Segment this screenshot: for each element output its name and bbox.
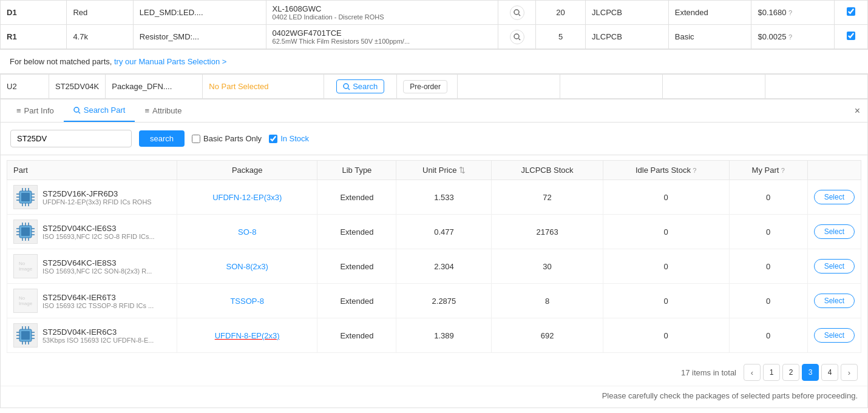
checkbox-d1[interactable] bbox=[847, 7, 855, 16]
preorder-btn[interactable]: Pre-order bbox=[403, 80, 447, 93]
libtype-cell: Extended bbox=[317, 215, 396, 249]
main-container: D1 Red LED_SMD:LED.... XL-1608GWC 0402 L… bbox=[0, 0, 868, 413]
select-button[interactable]: Select bbox=[814, 224, 855, 239]
svg-line-1 bbox=[518, 14, 520, 16]
page-prev-btn[interactable]: ‹ bbox=[744, 364, 761, 381]
part-cell: NoImage ST25DV64KC-IE8S3 ISO 15693,NFC I… bbox=[7, 249, 177, 284]
select-button[interactable]: Select bbox=[814, 190, 855, 204]
price-help-r1[interactable]: ? bbox=[788, 33, 792, 41]
u2-table: U2 ST25DV04K Package_DFN.... No Part Sel… bbox=[0, 74, 868, 99]
my-part-help[interactable]: ? bbox=[781, 167, 785, 174]
unit-price: 2.304 bbox=[434, 262, 454, 271]
in-stock-label: In Stock bbox=[269, 134, 309, 143]
package-link[interactable]: UFDFN-12-EP(3x3) bbox=[212, 193, 282, 202]
search-icon-btn-r1[interactable] bbox=[510, 30, 524, 44]
page-btn-1[interactable]: 1 bbox=[763, 364, 780, 381]
action-cell: Select bbox=[807, 318, 861, 353]
package-cell: SON-8(2x3) bbox=[177, 249, 317, 284]
part-info-cell: NoImage ST25DV64KC-IE8S3 ISO 15693,NFC I… bbox=[13, 254, 171, 278]
basic-parts-checkbox[interactable] bbox=[192, 135, 200, 143]
col-jlc-stock: JLCPCB Stock bbox=[492, 161, 603, 180]
part-text: ST25DV04KC-IE6S3 ISO 15693,NFC I2C SO-8 … bbox=[42, 224, 155, 240]
price-help-d1[interactable]: ? bbox=[788, 9, 792, 16]
select-button[interactable]: Select bbox=[814, 259, 855, 274]
package-link[interactable]: SON-8(2x3) bbox=[226, 262, 268, 271]
part-name: ST25DV64K-IER6T3 bbox=[42, 293, 154, 302]
unit-price: 0.477 bbox=[434, 227, 454, 237]
price-cell: 2.304 bbox=[396, 249, 492, 284]
idle-stock: 0 bbox=[664, 297, 668, 306]
page-btn-3[interactable]: 3 bbox=[802, 364, 819, 381]
search-submit-button[interactable]: search bbox=[139, 130, 185, 147]
idle-stock-cell: 0 bbox=[603, 180, 729, 215]
svg-rect-37 bbox=[21, 331, 30, 340]
part-info-icon: ≡ bbox=[16, 106, 21, 115]
table-row: ST25DV04KC-IE6S3 ISO 15693,NFC I2C SO-8 … bbox=[7, 215, 861, 249]
my-part: 0 bbox=[766, 262, 770, 271]
idle-stock-cell: 0 bbox=[603, 318, 729, 353]
my-part-cell: 0 bbox=[729, 215, 807, 249]
my-part-cell: 0 bbox=[729, 249, 807, 284]
tab-search-part-label: Search Part bbox=[84, 106, 126, 115]
package-link[interactable]: SO-8 bbox=[238, 227, 256, 237]
vendor-d1: JLCPCB bbox=[586, 1, 669, 25]
not-matched-text: For below not matched parts, bbox=[10, 57, 112, 66]
tab-attribute-label: Attribute bbox=[152, 106, 181, 115]
col-package: Package bbox=[177, 161, 317, 180]
search-btn-label: Search bbox=[353, 82, 378, 91]
lib-type: Extended bbox=[340, 262, 373, 271]
jlc-stock: 21763 bbox=[536, 227, 558, 237]
table-row: ST25DV16K-JFR6D3 UFDFN-12-EP(3x3) RFID I… bbox=[7, 180, 861, 215]
page-next-btn[interactable]: › bbox=[841, 364, 858, 381]
manual-selection-link[interactable]: try our Manual Parts Selection > bbox=[114, 57, 226, 66]
select-button[interactable]: Select bbox=[814, 294, 855, 308]
package-cell: UFDFN-12-EP(3x3) bbox=[177, 180, 317, 215]
search-panel: ≡ Part Info Search Part ≡ Attribute × se… bbox=[0, 99, 868, 408]
ref-d1: D1 bbox=[7, 8, 17, 17]
table-row: NoImage ST25DV64K-IER6T3 ISO 15693 I2C T… bbox=[7, 284, 861, 318]
search-icon-btn-d1[interactable] bbox=[510, 5, 524, 20]
footprint-r1: Resistor_SMD:... bbox=[140, 32, 199, 41]
part-desc: ISO 15693 I2C TSSOP-8 RFID ICs ... bbox=[42, 302, 154, 309]
in-stock-checkbox[interactable] bbox=[269, 135, 277, 143]
libtype-r1: Basic bbox=[668, 25, 751, 49]
idle-stock: 0 bbox=[664, 193, 668, 202]
unit-price: 1.533 bbox=[434, 193, 454, 202]
part-search-input[interactable] bbox=[10, 130, 132, 147]
svg-point-0 bbox=[514, 10, 519, 15]
panel-close-button[interactable]: × bbox=[855, 106, 860, 116]
table-row: NoImage ST25DV64KC-IE8S3 ISO 15693,NFC I… bbox=[7, 249, 861, 284]
my-part: 0 bbox=[766, 227, 770, 237]
jlc-stock-cell: 21763 bbox=[492, 215, 603, 249]
search-btn-u2[interactable]: Search bbox=[336, 79, 384, 93]
select-button[interactable]: Select bbox=[814, 328, 855, 343]
page-btn-2[interactable]: 2 bbox=[782, 364, 799, 381]
table-row-d1: D1 Red LED_SMD:LED.... XL-1608GWC 0402 L… bbox=[1, 1, 868, 25]
page-btn-4[interactable]: 4 bbox=[821, 364, 838, 381]
lib-type: Extended bbox=[340, 297, 373, 306]
not-matched-bar: For below not matched parts, try our Man… bbox=[0, 49, 868, 74]
tab-attribute[interactable]: ≡ Attribute bbox=[135, 100, 191, 121]
idle-stock-help[interactable]: ? bbox=[693, 167, 696, 174]
part-image bbox=[13, 220, 38, 244]
value-d1: Red bbox=[73, 8, 87, 17]
tab-part-info[interactable]: ≡ Part Info bbox=[7, 100, 64, 121]
attribute-icon: ≡ bbox=[144, 106, 149, 115]
part-info-cell: ST25DV04KC-IE6S3 ISO 15693,NFC I2C SO-8 … bbox=[13, 220, 171, 244]
part-desc: ISO 15693,NFC I2C SO-8 RFID ICs... bbox=[42, 233, 155, 240]
package-link[interactable]: UFDFN-8-EP(2x3) bbox=[215, 331, 280, 340]
tab-search-part[interactable]: Search Part bbox=[64, 99, 135, 122]
value-u2: ST25DV04K bbox=[55, 82, 99, 91]
package-cell: TSSOP-8 bbox=[177, 284, 317, 318]
jlc-stock: 30 bbox=[543, 262, 551, 271]
checkbox-r1[interactable] bbox=[847, 32, 855, 40]
part-text: ST25DV64KC-IE8S3 ISO 15693,NFC I2C SON-8… bbox=[42, 258, 152, 275]
package-link[interactable]: TSSOP-8 bbox=[230, 297, 264, 306]
part-cell: ST25DV16K-JFR6D3 UFDFN-12-EP(3x3) RFID I… bbox=[7, 180, 177, 215]
part-name: ST25DV64KC-IE8S3 bbox=[42, 258, 152, 267]
my-part-cell: 0 bbox=[729, 284, 807, 318]
col-price: Unit Price ⇅ bbox=[396, 161, 492, 180]
price-cell: 2.2875 bbox=[396, 284, 492, 318]
part-name: ST25DV04KC-IE6S3 bbox=[42, 224, 155, 233]
price-sort-icon[interactable]: ⇅ bbox=[459, 166, 466, 175]
